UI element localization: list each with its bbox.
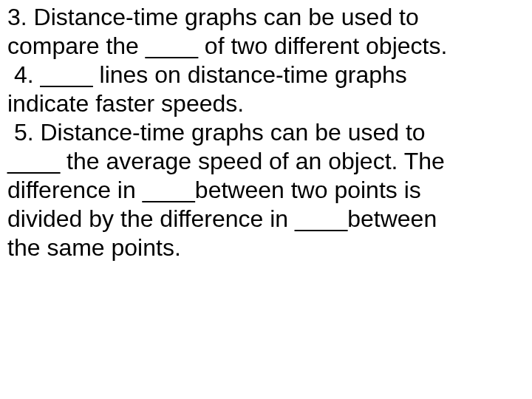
text-line-4: indicate faster speeds. bbox=[7, 89, 526, 118]
text-line-6: ____ the average speed of an object. The bbox=[7, 147, 526, 176]
text-line-1: 3. Distance-time graphs can be used to bbox=[7, 3, 526, 32]
text-line-9: the same points. bbox=[7, 233, 526, 262]
text-line-7: difference in ____between two points is bbox=[7, 176, 526, 205]
text-line-5: 5. Distance-time graphs can be used to bbox=[7, 118, 526, 147]
text-line-3: 4. ____ lines on distance-time graphs bbox=[7, 61, 526, 89]
worksheet-page: 3. Distance-time graphs can be used to c… bbox=[0, 0, 532, 399]
text-line-2: compare the ____ of two different object… bbox=[7, 32, 526, 61]
text-line-8: divided by the difference in ____between bbox=[7, 205, 526, 233]
